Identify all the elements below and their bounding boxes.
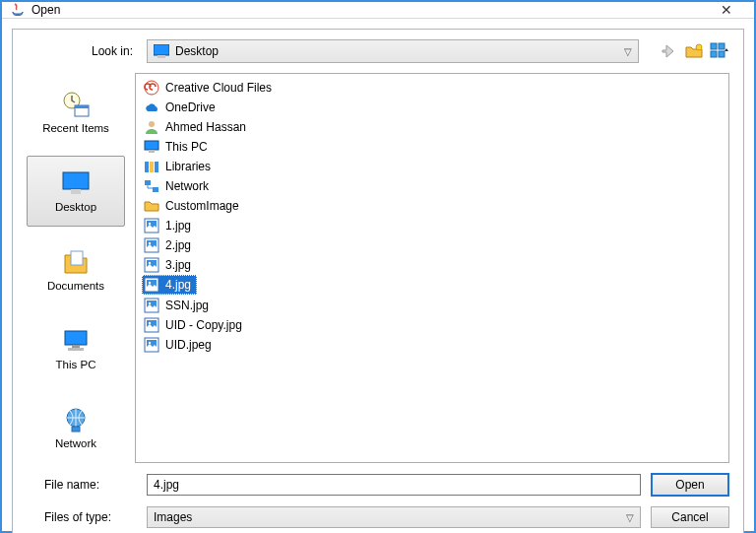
open-dialog: Open ✕ Look in: Desktop ▽ xyxy=(0,0,756,533)
new-folder-icon[interactable] xyxy=(684,41,704,61)
cancel-button[interactable]: Cancel xyxy=(651,506,729,528)
svg-point-19 xyxy=(149,121,155,127)
java-icon xyxy=(10,2,26,18)
file-type-label: Files of type: xyxy=(27,510,137,524)
svg-rect-12 xyxy=(71,251,83,265)
svg-rect-22 xyxy=(145,162,149,172)
places-sidebar: Recent Items Desktop Documents This PC N… xyxy=(27,73,125,463)
file-name-row: File name: Open xyxy=(27,473,729,497)
svg-point-18 xyxy=(145,81,158,95)
svg-rect-6 xyxy=(719,51,724,57)
file-label: 4.jpg xyxy=(165,278,191,292)
file-label: 3.jpg xyxy=(165,258,191,272)
file-row[interactable]: 2.jpg xyxy=(142,235,723,255)
svg-rect-5 xyxy=(711,51,717,57)
file-row[interactable]: OneDrive xyxy=(142,98,723,117)
file-label: This PC xyxy=(165,140,208,154)
svg-point-2 xyxy=(696,44,702,50)
file-label: 2.jpg xyxy=(165,238,191,252)
file-label: SSN.jpg xyxy=(165,299,209,312)
place-label: Desktop xyxy=(55,201,96,213)
onedrive-icon xyxy=(144,100,159,115)
image-icon xyxy=(144,298,159,313)
documents-icon xyxy=(61,248,91,276)
up-one-level-icon[interactable] xyxy=(659,41,678,61)
file-row[interactable]: 1.jpg xyxy=(142,216,723,235)
pc-icon xyxy=(61,327,91,355)
close-button[interactable]: ✕ xyxy=(707,2,746,18)
look-in-value: Desktop xyxy=(175,44,219,58)
user-icon xyxy=(144,119,159,135)
file-row[interactable]: CustomImage xyxy=(142,196,723,216)
file-label: Creative Cloud Files xyxy=(165,81,272,95)
look-in-combo[interactable]: Desktop ▽ xyxy=(147,39,639,63)
svg-rect-21 xyxy=(149,150,155,153)
file-row[interactable]: 3.jpg xyxy=(142,255,723,275)
image-icon xyxy=(144,257,159,273)
image-icon xyxy=(144,317,159,333)
svg-rect-24 xyxy=(155,162,158,172)
svg-rect-20 xyxy=(145,141,158,150)
svg-rect-0 xyxy=(154,44,169,55)
desktop-icon xyxy=(154,44,169,58)
place-label: Recent Items xyxy=(42,122,109,134)
file-label: 1.jpg xyxy=(165,219,191,233)
file-type-combo[interactable]: Images ▽ xyxy=(147,506,641,528)
bottom-area: File name: Open Files of type: Images ▽ … xyxy=(27,473,729,528)
svg-rect-25 xyxy=(145,180,151,185)
svg-rect-11 xyxy=(71,189,81,194)
file-label: UID.jpeg xyxy=(165,338,212,352)
open-button[interactable]: Open xyxy=(651,473,729,497)
svg-rect-13 xyxy=(65,331,87,345)
place-recent-items[interactable]: Recent Items xyxy=(27,77,125,148)
file-name-input[interactable] xyxy=(147,474,641,496)
file-type-value: Images xyxy=(154,510,192,524)
toolbar xyxy=(649,41,729,61)
image-icon xyxy=(144,237,159,253)
svg-point-41 xyxy=(149,302,151,304)
file-list[interactable]: Creative Cloud Files OneDrive Ahmed Hass… xyxy=(135,73,729,463)
network-small-icon xyxy=(144,178,159,194)
place-documents[interactable]: Documents xyxy=(27,234,125,305)
desktop-icon xyxy=(61,169,91,197)
svg-point-29 xyxy=(149,223,151,225)
file-row[interactable]: This PC xyxy=(142,137,723,157)
image-icon xyxy=(144,337,159,353)
file-label: Network xyxy=(165,179,209,193)
svg-rect-3 xyxy=(711,43,717,49)
file-label: UID - Copy.jpg xyxy=(165,318,242,332)
file-row[interactable]: 4.jpg xyxy=(142,275,197,295)
svg-rect-1 xyxy=(158,55,165,58)
file-type-row: Files of type: Images ▽ Cancel xyxy=(27,506,729,528)
file-row[interactable]: Ahmed Hassan xyxy=(142,117,723,137)
file-row[interactable]: Libraries xyxy=(142,157,723,176)
file-row[interactable]: Network xyxy=(142,176,723,196)
file-row[interactable]: UID - Copy.jpg xyxy=(142,315,723,335)
folder-icon xyxy=(144,198,159,214)
place-label: This PC xyxy=(56,359,96,370)
svg-point-38 xyxy=(149,282,151,284)
file-label: Libraries xyxy=(165,160,211,173)
view-menu-icon[interactable] xyxy=(710,41,729,61)
svg-rect-17 xyxy=(72,427,80,432)
svg-point-44 xyxy=(149,322,151,324)
dialog-body: Look in: Desktop ▽ xyxy=(12,29,744,533)
recent-icon xyxy=(61,91,91,118)
image-icon xyxy=(144,277,159,293)
libraries-icon xyxy=(144,159,159,174)
file-row[interactable]: Creative Cloud Files xyxy=(142,78,723,98)
middle-area: Recent Items Desktop Documents This PC N… xyxy=(27,73,729,463)
place-desktop[interactable]: Desktop xyxy=(27,156,125,227)
look-in-label: Look in: xyxy=(27,44,137,58)
chevron-down-icon: ▽ xyxy=(624,46,632,57)
place-label: Documents xyxy=(47,280,104,292)
title-bar: Open ✕ xyxy=(2,2,754,19)
svg-rect-23 xyxy=(150,162,154,172)
place-network[interactable]: Network xyxy=(27,392,125,463)
file-label: CustomImage xyxy=(165,199,239,213)
file-row[interactable]: SSN.jpg xyxy=(142,296,723,315)
place-this-pc[interactable]: This PC xyxy=(27,313,125,384)
svg-rect-9 xyxy=(75,105,89,108)
file-row[interactable]: UID.jpeg xyxy=(142,335,723,355)
image-icon xyxy=(144,218,159,233)
